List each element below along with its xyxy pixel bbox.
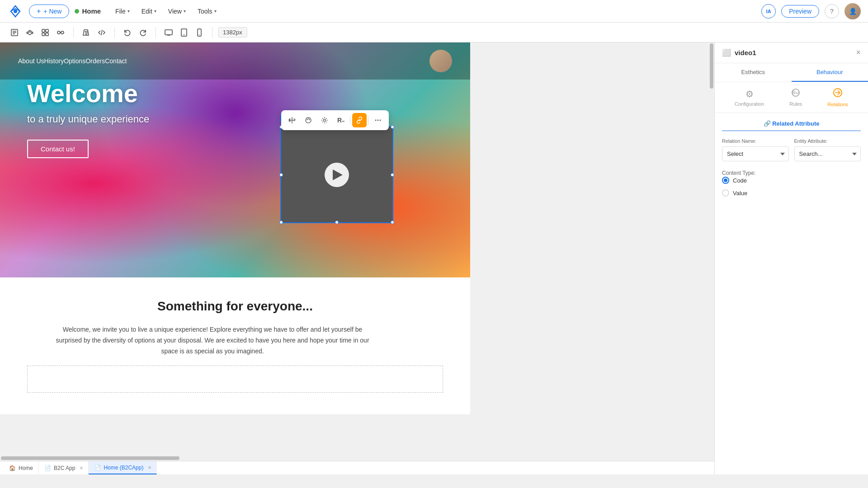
tab-behaviour[interactable]: Behaviour bbox=[792, 63, 868, 82]
top-bar: + + New Home File ▾ Edit ▾ View ▾ Tools … bbox=[0, 0, 868, 23]
css-button[interactable] bbox=[79, 25, 94, 40]
nav-orders[interactable]: Orders bbox=[85, 57, 105, 65]
site-nav-avatar bbox=[429, 50, 452, 72]
nav-about[interactable]: About Us bbox=[18, 57, 44, 65]
tab-home-b2capp-label: Home (B2CApp) bbox=[104, 465, 143, 471]
ft-text-button[interactable]: R ∞ bbox=[334, 113, 348, 127]
subtab-configuration[interactable]: ⚙ Configuration bbox=[735, 89, 764, 107]
tab-esthetics[interactable]: Esthetics bbox=[715, 63, 792, 82]
hero-section: About Us History Options Orders Contact … bbox=[0, 42, 470, 277]
tools-arrow-icon: ▾ bbox=[214, 9, 217, 14]
bottom-bar: 🏠 Home 📄 B2C App × 📄 Home (B2CApp) × bbox=[0, 461, 714, 474]
radio-value[interactable]: Value bbox=[722, 189, 861, 197]
play-icon bbox=[333, 169, 343, 180]
home-indicator: Home bbox=[75, 7, 101, 15]
panel-tabs: Esthetics Behaviour bbox=[715, 63, 868, 82]
nav-history[interactable]: History bbox=[44, 57, 64, 65]
nav-options[interactable]: Options bbox=[64, 57, 85, 65]
radio-code[interactable]: Code bbox=[722, 177, 861, 184]
svg-point-21 bbox=[375, 120, 377, 121]
ft-link-button[interactable] bbox=[352, 113, 367, 127]
dashed-placeholder bbox=[27, 366, 443, 393]
components-button[interactable] bbox=[38, 25, 52, 40]
undo-button[interactable] bbox=[120, 25, 135, 40]
handle-bottom-center[interactable] bbox=[335, 221, 339, 224]
top-right-group: IA Preview ? 👤 bbox=[761, 3, 861, 19]
video-play-button[interactable] bbox=[325, 163, 349, 187]
contact-button[interactable]: Contact us! bbox=[27, 140, 89, 158]
nav-contact[interactable]: Contact bbox=[105, 57, 127, 65]
content-type-section: Content Type: Code Value bbox=[722, 169, 861, 197]
tab-b2capp-close[interactable]: × bbox=[80, 465, 83, 471]
scroll-thumb bbox=[710, 43, 713, 89]
subtab-relations[interactable]: Relations bbox=[827, 88, 848, 107]
variables-button[interactable] bbox=[53, 25, 68, 40]
ia-badge[interactable]: IA bbox=[761, 4, 776, 19]
right-panel: ⬜ video1 × Esthetics Behaviour ⚙ Configu… bbox=[714, 42, 868, 474]
tab-b2capp[interactable]: 📄 B2C App × bbox=[39, 461, 89, 474]
toolbar-divider-1 bbox=[73, 27, 74, 38]
tablet-view-button[interactable] bbox=[177, 25, 191, 40]
desktop-view-button[interactable] bbox=[161, 25, 176, 40]
vertical-scrollbar[interactable] bbox=[709, 42, 714, 455]
panel-subtabs: ⚙ Configuration R∞ Rules Relations bbox=[715, 82, 868, 113]
entity-attr-select[interactable]: Search... bbox=[794, 146, 861, 161]
relations-label: Relations bbox=[827, 102, 848, 107]
file-menu[interactable]: File ▾ bbox=[110, 5, 135, 18]
handle-bottom-right[interactable] bbox=[391, 221, 394, 224]
page-tab-icon: 📄 bbox=[94, 465, 101, 471]
relation-name-select[interactable]: Select bbox=[722, 146, 789, 161]
new-button[interactable]: + + New bbox=[29, 5, 69, 18]
ft-style-button[interactable] bbox=[301, 113, 316, 127]
tab-home-b2capp[interactable]: 📄 Home (B2CApp) × bbox=[89, 461, 157, 474]
svg-rect-6 bbox=[46, 29, 48, 32]
entity-attr-label: Entity Attribute: bbox=[794, 138, 861, 144]
edit-arrow-icon: ▾ bbox=[154, 9, 156, 14]
mobile-view-button[interactable] bbox=[192, 25, 207, 40]
toolbar-divider-3 bbox=[156, 27, 156, 38]
video-element[interactable]: ◁ video1 bbox=[280, 126, 393, 223]
svg-point-23 bbox=[380, 120, 381, 121]
canvas-inner: About Us History Options Orders Contact … bbox=[0, 42, 714, 455]
pages-button[interactable] bbox=[7, 25, 22, 40]
ft-more-button[interactable] bbox=[371, 113, 385, 127]
content-text: Welcome, we invite you to live a unique … bbox=[54, 324, 371, 357]
ft-move-button[interactable] bbox=[285, 113, 299, 127]
edit-menu[interactable]: Edit ▾ bbox=[136, 5, 162, 18]
svg-point-19 bbox=[306, 117, 311, 123]
handle-bottom-left[interactable] bbox=[279, 221, 283, 224]
rules-icon: R∞ bbox=[791, 88, 800, 99]
horizontal-scrollbar[interactable] bbox=[0, 455, 714, 461]
user-avatar[interactable]: 👤 bbox=[844, 3, 861, 19]
svg-point-9 bbox=[57, 31, 60, 34]
subtab-rules[interactable]: R∞ Rules bbox=[789, 88, 802, 107]
handle-middle-right[interactable] bbox=[391, 173, 394, 177]
content-type-radio-group: Code Value bbox=[722, 177, 861, 197]
code-button[interactable] bbox=[94, 25, 109, 40]
panel-title: ⬜ video1 bbox=[722, 48, 756, 57]
preview-button[interactable]: Preview bbox=[781, 5, 819, 18]
layers-button[interactable] bbox=[23, 25, 37, 40]
tab-home-b2capp-close[interactable]: × bbox=[148, 465, 151, 471]
ft-settings-button[interactable] bbox=[317, 113, 332, 127]
svg-point-16 bbox=[184, 34, 184, 35]
redo-button[interactable] bbox=[136, 25, 150, 40]
logo-icon[interactable] bbox=[7, 3, 24, 19]
help-button[interactable]: ? bbox=[825, 4, 839, 19]
content-title: Something for everyone... bbox=[54, 299, 416, 314]
tools-menu[interactable]: Tools ▾ bbox=[192, 5, 222, 18]
relation-name-label: Relation Name: bbox=[722, 138, 789, 144]
behaviour-tab-label: Behaviour bbox=[816, 69, 843, 75]
handle-top-right[interactable] bbox=[391, 125, 394, 129]
view-menu[interactable]: View ▾ bbox=[163, 5, 191, 18]
toolbar-group-3 bbox=[120, 25, 150, 40]
toolbar-divider-4 bbox=[212, 27, 212, 38]
tab-home[interactable]: 🏠 Home bbox=[4, 461, 39, 474]
panel-close-button[interactable]: × bbox=[856, 48, 861, 57]
handle-middle-left[interactable] bbox=[279, 173, 283, 177]
svg-rect-7 bbox=[42, 33, 45, 36]
panel-element-icon: ⬜ bbox=[722, 48, 731, 57]
element-floating-toolbar: R ∞ bbox=[281, 110, 389, 130]
svg-point-18 bbox=[199, 34, 200, 35]
related-attr-link-icon: 🔗 bbox=[764, 120, 771, 127]
